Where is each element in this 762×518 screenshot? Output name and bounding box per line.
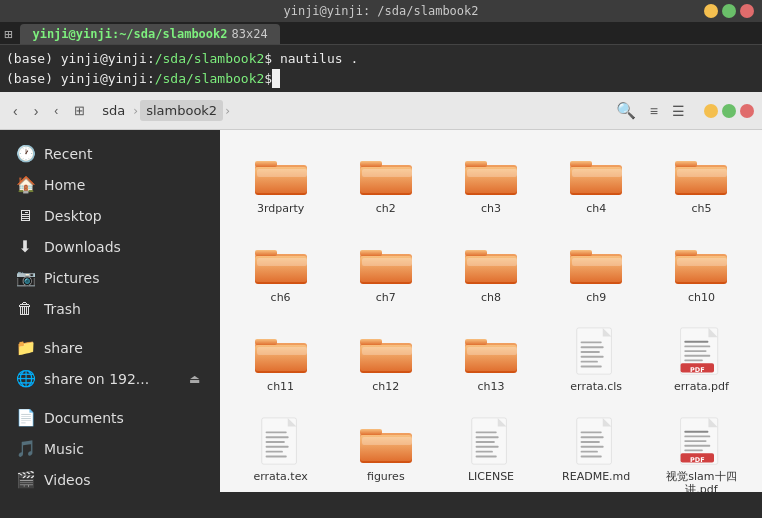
sidebar-item-home[interactable]: 🏠 Home bbox=[0, 169, 220, 200]
sidebar-item-trash[interactable]: 🗑 Trash bbox=[0, 293, 220, 324]
file-item[interactable]: errata.tex bbox=[232, 410, 329, 492]
svg-rect-85 bbox=[476, 436, 499, 438]
folder-icon bbox=[673, 239, 729, 287]
svg-rect-15 bbox=[572, 169, 622, 177]
file-item[interactable]: 3rdparty bbox=[232, 142, 329, 223]
downloads-icon: ⬇ bbox=[16, 237, 34, 256]
fm-close-btn[interactable] bbox=[740, 104, 754, 118]
svg-rect-27 bbox=[362, 258, 412, 266]
svg-rect-17 bbox=[675, 161, 697, 167]
fm-menu-button[interactable]: ☰ bbox=[669, 100, 688, 122]
svg-rect-74 bbox=[265, 441, 284, 443]
file-name-label: figures bbox=[367, 470, 405, 483]
folder-icon bbox=[253, 150, 309, 198]
fm-breadcrumb-sda[interactable]: sda bbox=[96, 100, 131, 121]
pdf-icon: PDF bbox=[673, 328, 729, 376]
file-item[interactable]: PDF 视觉slam十四讲.pdf bbox=[653, 410, 750, 492]
file-item[interactable]: ch9 bbox=[548, 231, 645, 312]
file-item[interactable]: errata.cls bbox=[548, 320, 645, 401]
svg-rect-54 bbox=[581, 342, 602, 344]
file-item[interactable]: PDF errata.pdf bbox=[653, 320, 750, 401]
svg-rect-13 bbox=[570, 161, 592, 167]
terminal-cursor bbox=[272, 69, 280, 89]
file-item[interactable]: ch6 bbox=[232, 231, 329, 312]
file-item[interactable]: ch3 bbox=[442, 142, 539, 223]
folder-icon bbox=[253, 239, 309, 287]
sidebar-item-share[interactable]: 📁 share bbox=[0, 332, 220, 363]
file-item[interactable]: ch12 bbox=[337, 320, 434, 401]
svg-rect-88 bbox=[476, 450, 493, 452]
terminal-body[interactable]: (base) yinji@yinji: /sda/slambook2 $ nau… bbox=[0, 45, 762, 92]
fm-back-button[interactable]: ‹ bbox=[8, 100, 23, 122]
file-name-label: ch6 bbox=[271, 291, 291, 304]
terminal-maximize-btn[interactable] bbox=[722, 4, 736, 18]
pdf-icon: PDF bbox=[673, 418, 729, 466]
fm-search-button[interactable]: 🔍 bbox=[613, 98, 639, 123]
svg-rect-41 bbox=[255, 339, 277, 345]
sidebar-label-recent: Recent bbox=[44, 146, 204, 162]
sidebar-item-music[interactable]: 🎵 Music bbox=[0, 433, 220, 464]
file-item[interactable]: ch7 bbox=[337, 231, 434, 312]
folder-icon bbox=[568, 150, 624, 198]
sidebar-item-desktop[interactable]: 🖥 Desktop bbox=[0, 200, 220, 231]
term-path-2: /sda/slambook2 bbox=[155, 69, 265, 89]
sidebar-eject-button[interactable]: ⏏ bbox=[185, 370, 204, 388]
folder-icon bbox=[358, 328, 414, 376]
terminal-close-btn[interactable] bbox=[740, 4, 754, 18]
file-name-label: ch9 bbox=[586, 291, 606, 304]
fm-content: 3rdparty bbox=[220, 130, 762, 492]
sidebar-item-documents[interactable]: 📄 Documents bbox=[0, 402, 220, 433]
svg-rect-58 bbox=[581, 361, 598, 363]
fm-breadcrumb-sep-2: › bbox=[225, 104, 230, 118]
fm-up-button[interactable]: ‹ bbox=[49, 101, 63, 121]
file-name-label: ch2 bbox=[376, 202, 396, 215]
file-item[interactable]: README.md bbox=[548, 410, 645, 492]
doc-icon bbox=[463, 418, 519, 466]
fm-view-toggle-button[interactable]: ⊞ bbox=[69, 100, 90, 121]
fm-wm-buttons bbox=[704, 104, 754, 118]
file-item[interactable]: figures bbox=[337, 410, 434, 492]
file-item[interactable]: ch4 bbox=[548, 142, 645, 223]
file-item[interactable]: ch8 bbox=[442, 231, 539, 312]
sidebar-item-recent[interactable]: 🕐 Recent bbox=[0, 138, 220, 169]
sidebar-item-downloads[interactable]: ⬇ Downloads bbox=[0, 231, 220, 262]
file-item[interactable]: LICENSE bbox=[442, 410, 539, 492]
fm-forward-button[interactable]: › bbox=[29, 100, 44, 122]
trash-icon: 🗑 bbox=[16, 299, 34, 318]
svg-rect-25 bbox=[360, 250, 382, 256]
svg-rect-63 bbox=[685, 341, 709, 343]
file-item[interactable]: ch5 bbox=[653, 142, 750, 223]
svg-rect-72 bbox=[265, 431, 286, 433]
fm-minimize-btn[interactable] bbox=[704, 104, 718, 118]
file-item[interactable]: ch10 bbox=[653, 231, 750, 312]
svg-rect-104 bbox=[685, 444, 711, 446]
svg-rect-75 bbox=[265, 445, 288, 447]
sidebar-item-share192[interactable]: 🌐 share on 192... ⏏ bbox=[0, 363, 220, 394]
sidebar-item-pictures[interactable]: 📷 Pictures bbox=[0, 262, 220, 293]
svg-rect-102 bbox=[685, 435, 711, 437]
term-cmd-2: $ bbox=[264, 69, 272, 89]
file-item[interactable]: ch13 bbox=[442, 320, 539, 401]
terminal-minimize-btn[interactable] bbox=[704, 4, 718, 18]
svg-rect-89 bbox=[476, 455, 497, 457]
svg-rect-92 bbox=[581, 431, 602, 433]
documents-icon: 📄 bbox=[16, 408, 34, 427]
file-item[interactable]: ch11 bbox=[232, 320, 329, 401]
folder-icon bbox=[358, 239, 414, 287]
sidebar-label-share: share bbox=[44, 340, 204, 356]
svg-rect-96 bbox=[581, 450, 598, 452]
file-name-label: errata.pdf bbox=[674, 380, 729, 393]
fm-maximize-btn[interactable] bbox=[722, 104, 736, 118]
svg-rect-81 bbox=[362, 437, 412, 445]
fm-list-view-button[interactable]: ≡ bbox=[647, 100, 661, 122]
file-name-label: README.md bbox=[562, 470, 630, 483]
terminal-tab[interactable]: yinji@yinji:~/sda/slambook2 83x24 bbox=[20, 24, 279, 44]
svg-rect-29 bbox=[465, 250, 487, 256]
sidebar-label-trash: Trash bbox=[44, 301, 204, 317]
file-item[interactable]: ch2 bbox=[337, 142, 434, 223]
svg-rect-45 bbox=[360, 339, 382, 345]
fm-breadcrumb-slambook2[interactable]: slambook2 bbox=[140, 100, 223, 121]
sidebar-item-videos[interactable]: 🎬 Videos bbox=[0, 464, 220, 492]
svg-rect-47 bbox=[362, 347, 412, 355]
svg-rect-56 bbox=[581, 351, 600, 353]
